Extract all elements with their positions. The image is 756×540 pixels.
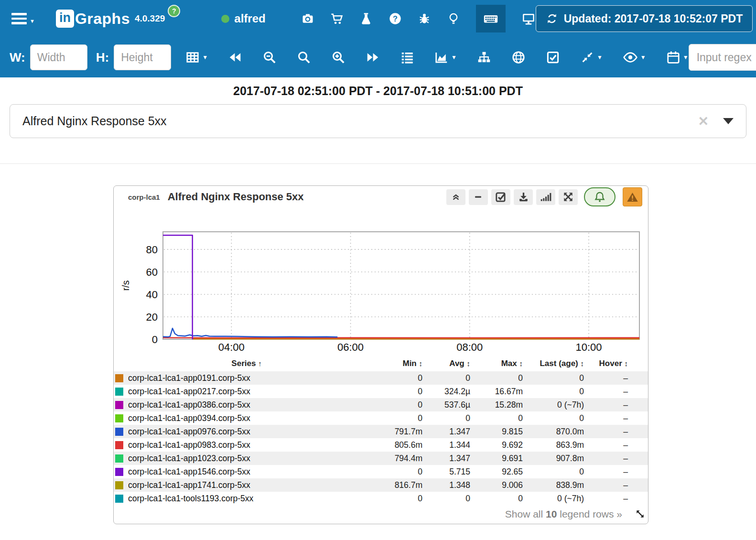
series-name: corp-lca1-lca1-tools1193.corp-5xx: [128, 494, 365, 504]
fabric-name: alfred: [234, 12, 265, 25]
legend-row[interactable]: corp-lca1-lca1-app1023.corp-5xx794.4m1.3…: [114, 452, 648, 465]
legend-row[interactable]: corp-lca1-lca1-app0191.corp-5xx0000–: [114, 371, 648, 385]
fabric-selector[interactable]: alfred: [221, 12, 265, 25]
updated-label: Updated: 2017-07-18 10:52:07 PDT: [564, 12, 743, 25]
signal-bars-icon[interactable]: [536, 189, 555, 205]
series-name: corp-lca1-lca1-app1546.corp-5xx: [128, 467, 365, 477]
timeseries-chart[interactable]: 04:0006:0008:0010:00020406080r/s: [114, 208, 648, 352]
legend-row[interactable]: corp-lca1-lca1-app0217.corp-5xx0324.2µ16…: [114, 385, 648, 398]
check-square-icon[interactable]: [491, 189, 510, 205]
series-last: 0 (~7h): [523, 494, 584, 504]
search-icon[interactable]: [297, 50, 311, 65]
brand-name: Graphs: [75, 10, 130, 28]
series-max: 0: [470, 373, 523, 383]
fast-forward-icon[interactable]: [366, 50, 380, 65]
legend-row[interactable]: corp-lca1-lca1-app0394.corp-5xx0000–: [114, 411, 648, 425]
warning-triangle-button[interactable]: [623, 187, 642, 206]
monitor-icon[interactable]: [521, 11, 536, 26]
series-avg: 1.348: [422, 480, 470, 490]
resize-handle-icon[interactable]: [635, 508, 646, 521]
series-name: corp-lca1-lca1-app0976.corp-5xx: [128, 427, 365, 437]
help-badge[interactable]: ?: [168, 5, 180, 17]
column-header-series[interactable]: Series ↑: [128, 359, 365, 368]
graph-select[interactable]: Alfred Nginx Response 5xx ✕: [10, 104, 746, 138]
width-label: W:: [10, 50, 25, 65]
keyboard-shortcuts-button[interactable]: [476, 5, 506, 32]
chevron-down-icon: ▼: [30, 18, 35, 24]
lightbulb-icon[interactable]: [447, 12, 460, 25]
refresh-icon: [546, 12, 558, 25]
column-header-avg[interactable]: Avg ↕: [422, 359, 470, 368]
list-icon[interactable]: [400, 50, 414, 65]
table-grid-icon[interactable]: ▼: [185, 50, 208, 65]
column-header-min[interactable]: Min ↕: [365, 359, 422, 368]
series-max: 16.67m: [470, 387, 523, 397]
series-hover: –: [584, 494, 628, 504]
column-header-hover[interactable]: Hover ↕: [584, 359, 628, 368]
series-avg: 0: [422, 413, 470, 423]
legend-row[interactable]: corp-lca1-lca1-app0386.corp-5xx0537.6µ15…: [114, 398, 648, 411]
globe-icon[interactable]: [511, 50, 526, 65]
question-circle-icon[interactable]: ?: [389, 12, 402, 25]
bell-icon: [594, 191, 606, 203]
series-max: 0: [470, 494, 523, 504]
width-input[interactable]: [30, 44, 87, 70]
height-input[interactable]: [114, 44, 171, 70]
brand[interactable]: in Graphs 4.0.329 ?: [56, 10, 177, 28]
hamburger-menu-icon[interactable]: ▼: [11, 13, 35, 24]
legend-row[interactable]: corp-lca1-lca1-app1741.corp-5xx816.7m1.3…: [114, 478, 648, 492]
flask-icon[interactable]: [359, 12, 373, 25]
series-name: corp-lca1-lca1-app1023.corp-5xx: [128, 454, 365, 464]
cart-icon[interactable]: [330, 12, 344, 25]
svg-text:?: ?: [393, 14, 398, 23]
series-avg: 537.6µ: [422, 400, 470, 410]
series-hover: –: [584, 480, 628, 490]
show-all-legend-link[interactable]: Show all 10 legend rows »: [505, 508, 622, 520]
calendar-icon[interactable]: ▼: [666, 50, 689, 65]
series-last: 0: [523, 413, 584, 423]
column-header-last[interactable]: Last (age) ↕: [523, 359, 584, 368]
clear-selection-icon[interactable]: ✕: [698, 114, 709, 129]
zoom-out-icon[interactable]: [262, 50, 277, 65]
bug-icon[interactable]: [418, 12, 431, 25]
series-hover: –: [584, 440, 628, 450]
warning-triangle-icon: [626, 191, 639, 204]
minus-icon[interactable]: [469, 189, 488, 205]
series-color-swatch: [115, 481, 123, 489]
fast-backward-icon[interactable]: [228, 50, 242, 65]
series-max: 15.28m: [470, 400, 523, 410]
collapse-chevrons-icon[interactable]: [446, 189, 465, 205]
download-icon[interactable]: [514, 189, 533, 205]
compress-arrows-icon[interactable]: ▼: [580, 50, 603, 65]
legend-header-row: Series ↑ Min ↕ Avg ↕ Max ↕ Last (age) ↕ …: [114, 356, 648, 371]
series-hover: –: [584, 387, 628, 397]
sort-icon: ↕: [581, 359, 584, 367]
graph-title: Alfred Nginx Response 5xx: [168, 191, 304, 203]
series-color-swatch: [115, 454, 123, 463]
camera-icon[interactable]: [301, 12, 314, 25]
zoom-in-icon[interactable]: [331, 50, 346, 65]
legend-row[interactable]: corp-lca1-lca1-app0976.corp-5xx791.7m1.3…: [114, 425, 648, 438]
navbar-icons: ?: [301, 5, 536, 32]
updated-refresh-button[interactable]: Updated: 2017-07-18 10:52:07 PDT: [536, 5, 753, 32]
series-last: 0: [523, 467, 584, 477]
regex-filter-input[interactable]: [689, 44, 756, 71]
legend-row[interactable]: corp-lca1-lca1-tools1193.corp-5xx0000 (~…: [114, 492, 648, 505]
chevron-down-icon: ▼: [597, 54, 603, 61]
sort-asc-icon: ↑: [258, 359, 262, 367]
check-square-icon[interactable]: [546, 50, 560, 65]
series-color-swatch: [115, 388, 123, 396]
series-last: 863.9m: [523, 440, 584, 450]
eye-icon[interactable]: ▼: [623, 50, 646, 65]
column-header-max[interactable]: Max ↕: [470, 359, 523, 368]
sitemap-icon[interactable]: [477, 50, 491, 65]
series-avg: 0: [422, 373, 470, 383]
expand-arrows-icon[interactable]: [559, 189, 578, 205]
legend-row[interactable]: corp-lca1-lca1-app0983.corp-5xx805.6m1.3…: [114, 438, 648, 452]
select-caret-icon[interactable]: [723, 118, 734, 124]
legend-rows: corp-lca1-lca1-app0191.corp-5xx0000–corp…: [114, 371, 648, 505]
alert-bell-button[interactable]: [584, 187, 616, 206]
area-chart-icon[interactable]: ▼: [434, 50, 457, 65]
legend-row[interactable]: corp-lca1-lca1-app1546.corp-5xx05.71592.…: [114, 465, 648, 478]
series-color-swatch: [115, 401, 123, 409]
